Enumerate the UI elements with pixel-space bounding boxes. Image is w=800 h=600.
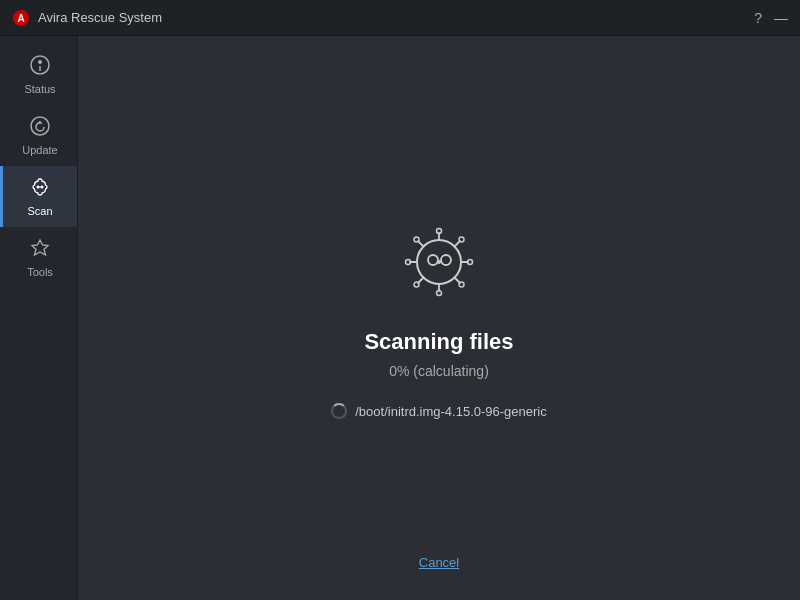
sidebar: Status Update [0, 36, 78, 600]
sidebar-item-scan[interactable]: Scan [0, 166, 77, 227]
scan-icon-container [394, 217, 484, 311]
cancel-button[interactable]: Cancel [419, 555, 459, 570]
svg-marker-10 [32, 240, 48, 255]
virus-animation-icon [394, 217, 484, 307]
svg-line-29 [455, 278, 461, 284]
tools-icon [29, 237, 51, 262]
scanning-title: Scanning files [364, 329, 513, 355]
title-bar-left: A Avira Rescue System [12, 9, 162, 27]
svg-line-27 [418, 278, 424, 284]
sidebar-item-update-label: Update [22, 144, 57, 156]
help-button[interactable]: ? [754, 10, 762, 26]
sidebar-item-tools[interactable]: Tools [0, 227, 77, 288]
main-content: Scanning files 0% (calculating) /boot/in… [78, 36, 800, 600]
svg-point-24 [414, 237, 419, 242]
svg-point-13 [441, 255, 451, 265]
title-bar: A Avira Rescue System ? — [0, 0, 800, 36]
title-bar-controls: ? — [754, 10, 788, 26]
scanning-file-row: /boot/initrd.img-4.15.0-96-generic [331, 403, 547, 419]
current-file: /boot/initrd.img-4.15.0-96-generic [355, 404, 547, 419]
svg-point-26 [459, 237, 464, 242]
app-body: Status Update [0, 36, 800, 600]
svg-line-25 [455, 241, 461, 247]
svg-point-3 [38, 60, 42, 64]
status-icon [29, 54, 51, 79]
svg-point-30 [459, 282, 464, 287]
sidebar-item-status-label: Status [24, 83, 55, 95]
svg-text:A: A [17, 13, 24, 24]
scanning-percent: 0% (calculating) [389, 363, 489, 379]
minimize-button[interactable]: — [774, 10, 788, 26]
spinner-icon [331, 403, 347, 419]
svg-point-16 [437, 229, 442, 234]
svg-line-23 [418, 241, 424, 247]
svg-point-2 [31, 56, 49, 74]
app-logo-icon: A [12, 9, 30, 27]
svg-point-7 [37, 186, 40, 189]
svg-point-18 [437, 291, 442, 296]
svg-point-14 [437, 260, 441, 264]
update-icon [29, 115, 51, 140]
sidebar-item-update[interactable]: Update [0, 105, 77, 166]
sidebar-item-status[interactable]: Status [0, 44, 77, 105]
svg-point-8 [41, 186, 44, 189]
scan-icon [29, 176, 51, 201]
svg-point-5 [31, 117, 49, 135]
svg-point-28 [414, 282, 419, 287]
svg-point-12 [428, 255, 438, 265]
svg-point-22 [468, 260, 473, 265]
sidebar-item-scan-label: Scan [27, 205, 52, 217]
app-title: Avira Rescue System [38, 10, 162, 25]
svg-point-20 [406, 260, 411, 265]
svg-point-9 [39, 186, 41, 188]
sidebar-item-tools-label: Tools [27, 266, 53, 278]
